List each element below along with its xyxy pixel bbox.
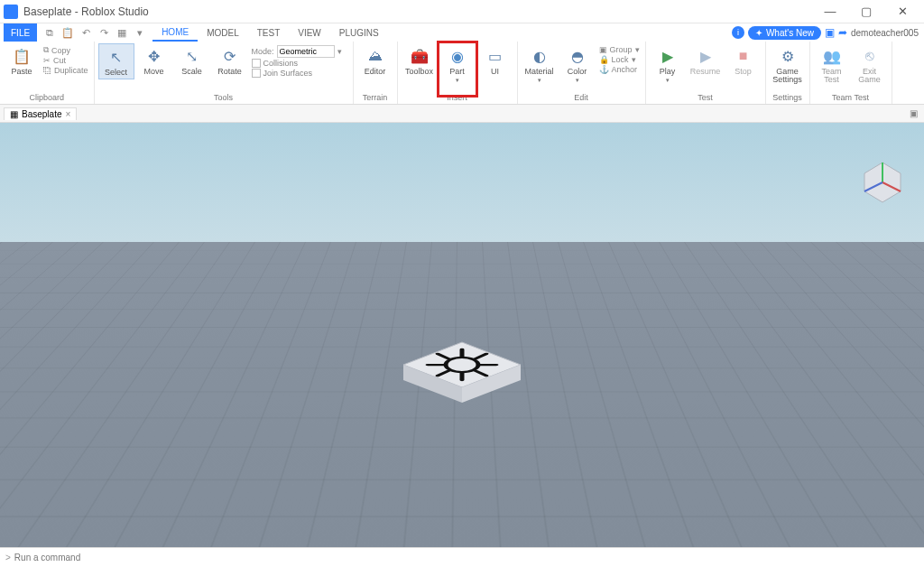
play-button[interactable]: ▶ Play ▾ [650,43,686,86]
qat-more-icon[interactable]: ▾ [133,25,147,40]
rotate-button[interactable]: ⟳ Rotate [212,43,248,78]
team-test-button[interactable]: 👥 Team Test [814,43,850,86]
resume-label: Resume [690,68,721,76]
chevron-down-icon[interactable]: ▾ [337,47,342,56]
tab-view[interactable]: VIEW [289,23,330,42]
game-settings-button[interactable]: ⚙ Game Settings [770,43,806,86]
chevron-down-icon: ▾ [635,45,640,54]
move-button[interactable]: ✥ Move [136,43,172,78]
group-teamtest: 👥 Team Test ⎋ Exit Game Team Test [810,42,892,104]
document-tabbar: ▦ Baseplate × ▣ [0,105,924,123]
whats-new-label: What's New [766,28,814,38]
resume-button[interactable]: ▶ Resume [688,43,724,78]
resume-icon: ▶ [695,45,716,67]
maximize-button[interactable]: ▢ [848,1,884,23]
chevron-down-icon: ▾ [666,77,670,84]
close-button[interactable]: ✕ [884,1,920,23]
close-tab-button[interactable]: × [65,109,70,119]
toolbox-button[interactable]: 🧰 Toolbox [402,43,438,78]
scale-icon: ⤡ [181,45,203,67]
checkbox-icon [252,69,261,78]
anchor-label: Anchor [612,65,638,74]
team-icon: 👥 [821,45,843,67]
duplicate-icon: ⿻ [43,66,51,75]
qat-copy-icon[interactable]: ⧉ [42,25,57,40]
collisions-checkbox[interactable]: Collisions [252,59,347,68]
terrain-editor-button[interactable]: ⛰ Editor [357,43,393,78]
copy-button[interactable]: ⧉Copy [43,45,88,55]
anchor-icon: ⚓ [599,65,609,74]
exit-game-button[interactable]: ⎋ Exit Game [852,43,888,86]
part-button[interactable]: ◉ Part ▾ [439,43,476,86]
paste-button[interactable]: 📋 Paste [4,43,40,78]
share-icon[interactable]: ➦ [838,26,847,39]
qat-grid-icon[interactable]: ▦ [115,25,129,40]
lock-button[interactable]: 🔒Lock▾ [599,55,640,64]
orientation-gizmo[interactable] [857,157,908,208]
rotate-label: Rotate [217,68,242,76]
material-button[interactable]: ◐ Material ▾ [522,43,558,86]
join-surfaces-checkbox[interactable]: Join Surfaces [252,69,347,78]
paste-label: Paste [11,68,32,76]
ribbon: 📋 Paste ⧉Copy ✂Cut ⿻Duplicate Clipboard … [0,42,924,105]
team-test-label: Team Test [822,68,842,84]
mode-select[interactable] [277,45,335,58]
anchor-button[interactable]: ⚓Anchor [599,65,640,74]
minimize-button[interactable]: — [812,1,848,23]
play-label: Play [660,68,676,76]
copy-icon: ⧉ [43,45,49,55]
doc-tab-baseplate[interactable]: ▦ Baseplate × [4,107,77,120]
join-label: Join Surfaces [263,69,313,78]
tab-test[interactable]: TEST [248,23,290,42]
group-tools-label: Tools [95,93,353,104]
scale-button[interactable]: ⤡ Scale [174,43,210,78]
plugin-icon[interactable]: ▣ [825,26,835,39]
lightbulb-icon: ✦ [755,28,762,38]
color-button[interactable]: ◓ Color ▾ [559,43,596,86]
group-insert: 🧰 Toolbox ◉ Part ▾ ▭ UI Insert [398,42,518,104]
terrain-editor-label: Editor [365,68,386,76]
lock-icon: 🔒 [599,55,609,64]
select-button[interactable]: ↖ Select [98,43,134,79]
whats-new-button[interactable]: ✦ What's New [748,26,821,40]
tab-home[interactable]: HOME [152,23,198,42]
file-menu-button[interactable]: FILE [4,23,37,42]
collisions-label: Collisions [263,59,299,68]
viewport-3d[interactable] [0,123,924,547]
game-settings-label: Game Settings [772,68,802,84]
duplicate-button[interactable]: ⿻Duplicate [43,66,88,75]
group-test-label: Test [646,93,765,104]
stop-button[interactable]: ■ Stop [725,43,762,78]
doc-tab-label: Baseplate [22,109,61,119]
spawn-location[interactable] [385,320,539,419]
group-label: Group [610,45,633,54]
cut-button[interactable]: ✂Cut [43,56,88,65]
info-icon[interactable]: i [732,26,744,39]
ui-label: UI [491,68,499,76]
group-button[interactable]: ▣Group▾ [599,45,640,54]
qat-paste-icon[interactable]: 📋 [60,25,75,40]
menubar: FILE ⧉ 📋 ↶ ↷ ▦ ▾ HOME MODEL TEST VIEW PL… [0,23,924,42]
group-settings: ⚙ Game Settings Settings [766,42,810,104]
tab-plugins[interactable]: PLUGINS [330,23,388,42]
rotate-icon: ⟳ [219,45,241,67]
tab-model[interactable]: MODEL [198,23,248,42]
chevron-down-icon: ▾ [576,77,579,84]
command-bar: > [0,547,924,567]
qat-redo-icon[interactable]: ↷ [97,25,111,40]
command-input[interactable] [14,553,919,562]
titlebar: Baseplate - Roblox Studio — ▢ ✕ [0,0,924,23]
app-logo-icon [4,5,18,19]
select-label: Select [105,69,127,77]
move-icon: ✥ [143,45,165,67]
chevron-down-icon: ▾ [632,55,636,64]
scale-label: Scale [181,68,202,76]
part-label: Part [449,68,465,76]
username-label[interactable]: demoteacher005 [851,28,919,38]
group-edit-label: Edit [518,93,645,104]
group-terrain: ⛰ Editor Terrain [354,42,398,104]
qat-undo-icon[interactable]: ↶ [79,25,93,40]
ui-button[interactable]: ▭ UI [477,43,513,78]
window-title: Baseplate - Roblox Studio [23,5,149,18]
expand-panel-icon[interactable]: ▣ [906,107,920,121]
